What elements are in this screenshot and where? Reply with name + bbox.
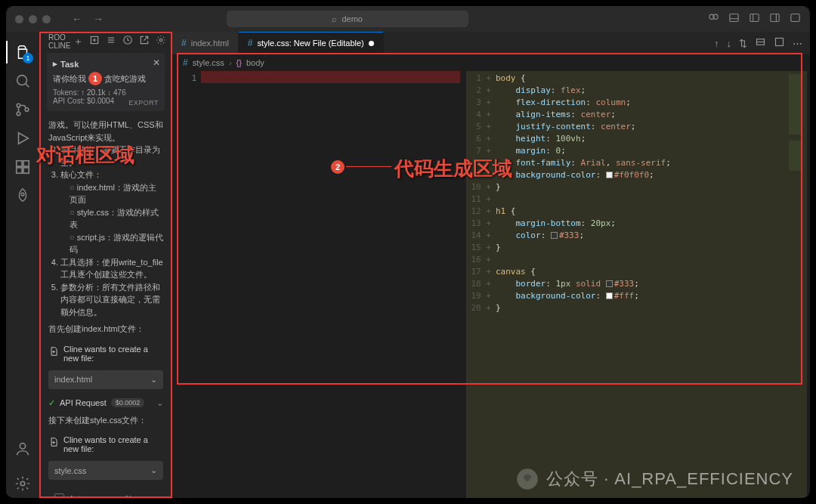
- extensions-icon[interactable]: [6, 153, 39, 181]
- create-file-action-1: Cline wants to create a new file:: [48, 345, 163, 363]
- file-b: style.css：游戏的样式表: [70, 206, 163, 231]
- svg-rect-15: [23, 161, 29, 166]
- task-prompt-post: 贪吃蛇游戏: [104, 74, 146, 83]
- annotation-badge-2: 2: [331, 160, 345, 174]
- new-task-icon[interactable]: ＋: [73, 35, 83, 48]
- list-icon[interactable]: [106, 35, 116, 48]
- chevron-right-icon: ›: [154, 494, 157, 499]
- chevron-down-icon: ⌄: [156, 398, 163, 408]
- rocket-icon[interactable]: [6, 181, 39, 210]
- explorer-icon[interactable]: 1: [6, 38, 39, 66]
- next-create-text: 接下来创建style.css文件：: [48, 414, 163, 427]
- minimap[interactable]: [789, 74, 801, 225]
- window-controls[interactable]: [15, 15, 51, 23]
- chat-item-3: 核心文件：: [60, 170, 102, 179]
- editor-tabs: # index.html # style.css: New File (Edit…: [172, 32, 810, 54]
- search-icon[interactable]: [6, 66, 39, 95]
- code-left[interactable]: [201, 71, 466, 498]
- diff-right-pane[interactable]: 1 +2 +3 +4 +5 +6 +7 +8 +9 +10 +11 +12 +1…: [467, 71, 810, 498]
- nav-forward-icon[interactable]: →: [93, 13, 104, 25]
- settings-icon[interactable]: [6, 469, 39, 498]
- search-text: demo: [342, 14, 363, 23]
- layout-sidebar-right-icon[interactable]: [769, 12, 780, 26]
- run-debug-icon[interactable]: [6, 124, 39, 153]
- annotation-badge-1: 1: [88, 72, 102, 85]
- svg-rect-6: [771, 14, 779, 22]
- api-request-row[interactable]: ✓ API Request $0.0002 ⌄: [48, 398, 163, 408]
- tab-style-css[interactable]: # style.css: New File (Editable): [239, 32, 384, 54]
- command-center[interactable]: ⌕ demo: [227, 11, 468, 27]
- prev-diff-icon[interactable]: ↑: [714, 38, 719, 49]
- cost-value: $0.0004: [87, 97, 114, 105]
- copilot-icon[interactable]: [708, 12, 719, 26]
- swap-icon[interactable]: ⇅: [739, 38, 747, 49]
- svg-point-13: [25, 108, 29, 112]
- collapse-icon[interactable]: [774, 36, 785, 50]
- export-button[interactable]: EXPORT: [128, 99, 159, 107]
- chat-intro: 游戏。可以使用HTML、CSS和JavaScript来实现。: [48, 119, 163, 144]
- nav-back-icon[interactable]: ←: [72, 13, 82, 25]
- auto-approve-label: Auto-approve:: [69, 494, 121, 499]
- assistant-message: 游戏。可以使用HTML、CSS和JavaScript来实现。 项目结构：需要工作…: [41, 114, 171, 340]
- svg-point-25: [160, 39, 163, 42]
- file-input-2[interactable]: style.css ⌄: [48, 461, 163, 480]
- svg-point-12: [17, 112, 20, 116]
- layout-customize-icon[interactable]: [790, 12, 801, 26]
- hash-icon: #: [248, 38, 253, 48]
- file-name-1: index.html: [54, 375, 92, 384]
- download-icon[interactable]: [89, 35, 100, 48]
- code-right[interactable]: body { display: flex; flex-direction: co…: [496, 71, 810, 498]
- auto-approve-checkbox[interactable]: [54, 493, 64, 498]
- chat-item-4: 工具选择：使用write_to_file工具逐个创建这些文件。: [60, 256, 163, 281]
- more-icon[interactable]: ⋯: [793, 38, 802, 49]
- open-external-icon[interactable]: [139, 35, 150, 48]
- gear-icon[interactable]: [156, 35, 166, 48]
- svg-rect-30: [776, 39, 784, 46]
- auto-approve-value: None: [125, 494, 145, 499]
- titlebar: ← → ⌕ demo: [6, 6, 810, 32]
- svg-rect-2: [730, 14, 738, 22]
- next-diff-icon[interactable]: ↓: [727, 38, 732, 49]
- tab-label-2: style.css: New File (Editable): [258, 39, 364, 48]
- tokens-label: Tokens:: [53, 88, 79, 97]
- roo-cline-panel: ROO CLINE ＋ ✕ ▸ Task 请你给我 1: [39, 32, 172, 498]
- activity-bar: 1: [6, 32, 39, 498]
- create-file-action-2: Cline wants to create a new file:: [48, 435, 163, 453]
- chevron-icon[interactable]: ▸: [53, 59, 57, 69]
- svg-rect-17: [23, 168, 29, 173]
- first-create-text: 首先创建index.html文件：: [48, 323, 163, 335]
- auto-approve-row[interactable]: Auto-approve: None ›: [48, 487, 163, 498]
- close-icon[interactable]: ✕: [153, 57, 160, 68]
- whitespace-icon[interactable]: [755, 36, 766, 50]
- svg-line-10: [26, 84, 29, 88]
- svg-point-20: [20, 481, 25, 486]
- svg-point-9: [17, 76, 27, 85]
- task-prompt-pre: 请你给我: [53, 74, 86, 83]
- breadcrumb-symbol: body: [246, 58, 264, 67]
- modified-dot-icon: [369, 41, 374, 46]
- source-control-icon[interactable]: [6, 95, 39, 124]
- file-input-1[interactable]: index.html ⌄: [48, 370, 163, 389]
- breadcrumb[interactable]: # style.css › {} body: [172, 54, 810, 71]
- diff-left-pane[interactable]: 1: [172, 71, 467, 498]
- svg-rect-8: [791, 14, 799, 22]
- editor-area: # index.html # style.css: New File (Edit…: [172, 32, 810, 498]
- check-icon: ✓: [48, 398, 55, 408]
- layout-sidebar-icon[interactable]: [749, 12, 760, 26]
- cost-label: API Cost:: [53, 97, 85, 105]
- file-c: script.js：游戏的逻辑代码: [70, 231, 163, 256]
- chevron-down-icon: ⌄: [150, 465, 157, 475]
- accounts-icon[interactable]: [6, 434, 39, 463]
- tokens-down: ↓ 476: [107, 88, 125, 97]
- api-request-label: API Request: [60, 398, 107, 407]
- svg-rect-4: [750, 14, 759, 22]
- svg-point-11: [17, 104, 20, 107]
- panel-title: ROO CLINE: [48, 33, 70, 50]
- layout-panel-icon[interactable]: [728, 12, 740, 26]
- brackets-icon: {}: [236, 58, 242, 67]
- history-icon[interactable]: [122, 35, 133, 48]
- chat-item-5: 参数分析：所有文件路径和内容都可以直接确定，无需额外信息。: [60, 281, 163, 319]
- tokens-up: ↑ 20.1k: [81, 88, 105, 97]
- tab-index-html[interactable]: # index.html: [172, 32, 239, 54]
- svg-rect-14: [17, 161, 22, 166]
